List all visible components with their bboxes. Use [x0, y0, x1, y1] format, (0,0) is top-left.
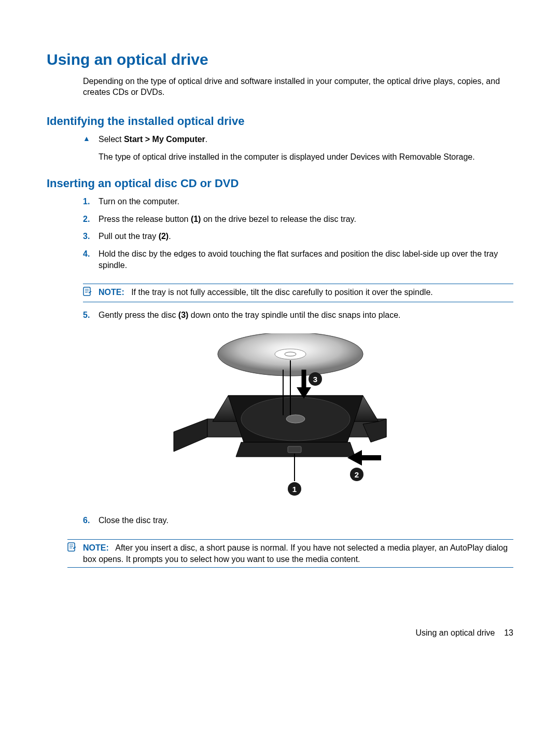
note-box-inner: NOTE: If the tray is not fully accessibl…	[83, 284, 513, 302]
identifying-steps: ▲ Select Start > My Computer. The type o…	[83, 134, 513, 162]
footer-page-number: 13	[504, 628, 513, 637]
step-number: 5.	[83, 310, 99, 321]
step-select-start: ▲ Select Start > My Computer. The type o…	[83, 134, 513, 162]
document-page: Using an optical drive Depending on the …	[0, 0, 560, 745]
note-label: NOTE:	[99, 288, 124, 297]
step-3: 3. Pull out the tray (2).	[83, 231, 513, 242]
note-box-outer: NOTE: After you insert a disc, a short p…	[67, 539, 513, 568]
section-heading-inserting: Inserting an optical disc CD or DVD	[47, 176, 513, 191]
step-number: 2.	[83, 214, 99, 225]
step-4: 4. Hold the disc by the edges to avoid t…	[83, 248, 513, 271]
note-body: NOTE: If the tray is not fully accessibl…	[99, 287, 513, 298]
svg-rect-3	[288, 446, 301, 453]
step-text-suffix: .	[205, 135, 207, 144]
step-number: 4.	[83, 248, 99, 260]
step-number: 6.	[83, 515, 99, 526]
note-text: After you insert a disc, a short pause i…	[83, 543, 508, 564]
step-text-bold: Start > My Computer	[124, 135, 205, 144]
step-body: Close the disc tray.	[99, 515, 513, 526]
intro-paragraph: Depending on the type of optical drive a…	[83, 76, 513, 98]
step-body: Select Start > My Computer. The type of …	[99, 134, 513, 162]
svg-point-7	[285, 352, 296, 356]
page-footer: Using an optical drive 13	[415, 627, 513, 639]
step-5: 5. Gently press the disc (3) down onto t…	[83, 310, 513, 321]
step-body: Turn on the computer.	[99, 196, 513, 207]
inserting-steps: 1. Turn on the computer. 2. Press the re…	[83, 196, 513, 271]
svg-point-2	[286, 415, 305, 423]
optical-drive-figure: 3 2 1	[47, 333, 513, 504]
step-body: Gently press the disc (3) down onto the …	[99, 310, 513, 321]
step-1: 1. Turn on the computer.	[83, 196, 513, 207]
step-body: Pull out the tray (2).	[99, 231, 513, 242]
step-sub-paragraph: The type of optical drive installed in t…	[99, 151, 513, 163]
footer-title: Using an optical drive	[415, 628, 495, 637]
triangle-bullet-icon: ▲	[83, 134, 99, 144]
svg-text:2: 2	[355, 470, 359, 479]
note-icon	[83, 287, 99, 299]
section-heading-identifying: Identifying the installed optical drive	[47, 114, 513, 129]
step-6: 6. Close the disc tray.	[83, 515, 513, 526]
svg-rect-21	[68, 543, 75, 551]
step-number: 3.	[83, 231, 99, 242]
svg-text:1: 1	[292, 485, 297, 494]
note-text: If the tray is not fully accessible, til…	[131, 288, 433, 297]
svg-text:3: 3	[313, 375, 317, 384]
svg-rect-0	[83, 287, 90, 296]
step-text-prefix: Select	[99, 135, 124, 144]
step-number: 1.	[83, 196, 99, 207]
step-body: Press the release button (1) on the driv…	[99, 214, 513, 225]
inserting-steps-cont2: 6. Close the disc tray.	[83, 515, 513, 526]
note-icon	[67, 542, 83, 555]
page-title: Using an optical drive	[47, 49, 513, 71]
step-2: 2. Press the release button (1) on the d…	[83, 214, 513, 225]
step-body: Hold the disc by the edges to avoid touc…	[99, 248, 513, 271]
note-body: NOTE: After you insert a disc, a short p…	[83, 542, 513, 565]
note-label: NOTE:	[83, 543, 109, 552]
inserting-steps-cont: 5. Gently press the disc (3) down onto t…	[83, 310, 513, 321]
